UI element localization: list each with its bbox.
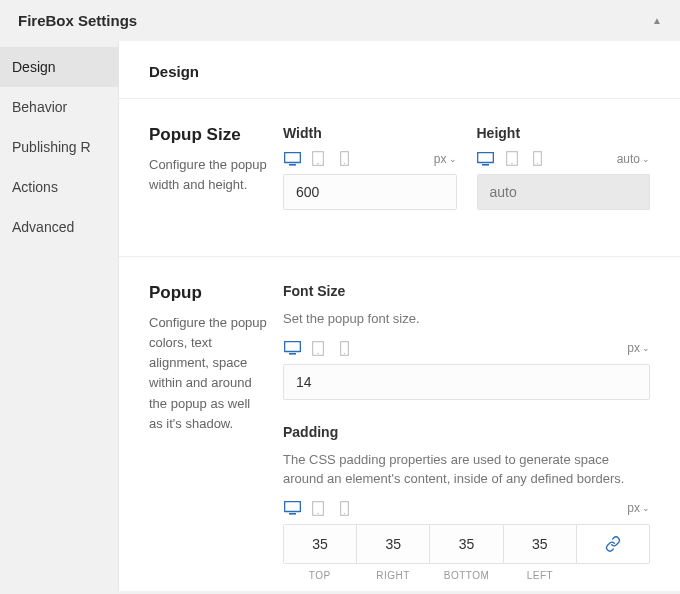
svg-point-17 — [343, 352, 344, 353]
field-label: Height — [477, 125, 651, 141]
padding-grid — [283, 524, 650, 564]
svg-rect-0 — [284, 152, 300, 162]
section-popup-size: Popup Size Configure the popup width and… — [119, 99, 680, 257]
padding-bottom-input[interactable] — [430, 525, 502, 563]
field-height: Height — [477, 125, 651, 210]
field-font-size: Font Size Set the popup font size. — [283, 283, 650, 400]
svg-rect-13 — [289, 353, 296, 355]
chevron-down-icon: ⌄ — [642, 154, 650, 164]
settings-body: Design Behavior Publishing R Actions Adv… — [0, 41, 680, 591]
pad-label-top: TOP — [283, 570, 356, 581]
svg-point-23 — [343, 512, 344, 513]
section-desc: Configure the popup width and height. — [149, 155, 267, 195]
padding-top-input[interactable] — [284, 525, 356, 563]
svg-rect-18 — [284, 502, 300, 512]
link-icon — [605, 536, 621, 552]
svg-point-15 — [317, 352, 319, 354]
unit-selector[interactable]: px⌄ — [627, 341, 650, 355]
field-padding: Padding The CSS padding properties are u… — [283, 424, 650, 581]
sidebar-item-label: Advanced — [12, 219, 74, 235]
section-desc: Configure the popup colors, text alignme… — [149, 313, 267, 434]
chevron-down-icon: ⌄ — [642, 343, 650, 353]
sidebar-item-label: Actions — [12, 179, 58, 195]
desktop-icon[interactable] — [283, 501, 301, 516]
section-heading: Popup Size Configure the popup width and… — [149, 125, 267, 230]
field-label: Width — [283, 125, 457, 141]
sidebar-item-publishing[interactable]: Publishing R — [0, 127, 118, 167]
tablet-icon[interactable] — [503, 151, 521, 166]
svg-point-5 — [343, 163, 344, 164]
padding-left-input[interactable] — [504, 525, 576, 563]
section-popup: Popup Configure the popup colors, text a… — [119, 257, 680, 591]
page-title: Design — [149, 63, 650, 80]
sidebar-item-actions[interactable]: Actions — [0, 167, 118, 207]
svg-point-21 — [317, 512, 319, 514]
unit-selector[interactable]: px⌄ — [627, 501, 650, 515]
padding-right-input[interactable] — [357, 525, 429, 563]
field-label: Font Size — [283, 283, 650, 299]
field-width: Width — [283, 125, 457, 210]
chevron-down-icon: ⌄ — [642, 503, 650, 513]
device-switcher — [283, 151, 353, 166]
collapse-icon[interactable]: ▲ — [652, 15, 662, 26]
width-input[interactable] — [283, 174, 457, 210]
svg-rect-19 — [289, 513, 296, 515]
svg-rect-12 — [284, 342, 300, 352]
section-title: Popup Size — [149, 125, 267, 145]
desktop-icon[interactable] — [477, 151, 495, 166]
svg-point-11 — [537, 163, 538, 164]
header-title: FireBox Settings — [18, 12, 137, 29]
sidebar-item-label: Behavior — [12, 99, 67, 115]
pad-label-bottom: BOTTOM — [430, 570, 503, 581]
desktop-icon[interactable] — [283, 341, 301, 356]
mobile-icon[interactable] — [529, 151, 547, 166]
pad-label-left: LEFT — [503, 570, 576, 581]
field-sub: Set the popup font size. — [283, 309, 650, 329]
main-header: Design — [119, 41, 680, 99]
sidebar-item-label: Publishing R — [12, 139, 91, 155]
font-size-input[interactable] — [283, 364, 650, 400]
tablet-icon[interactable] — [309, 341, 327, 356]
padding-labels: TOP RIGHT BOTTOM LEFT . — [283, 570, 650, 581]
mobile-icon[interactable] — [335, 151, 353, 166]
mobile-icon[interactable] — [335, 501, 353, 516]
device-switcher — [477, 151, 547, 166]
main-panel: Design Popup Size Configure the popup wi… — [118, 41, 680, 591]
sidebar-item-label: Design — [12, 59, 56, 75]
unit-selector[interactable]: px⌄ — [434, 152, 457, 166]
svg-rect-7 — [482, 164, 489, 166]
pad-label-right: RIGHT — [356, 570, 429, 581]
chevron-down-icon: ⌄ — [449, 154, 457, 164]
tablet-icon[interactable] — [309, 501, 327, 516]
svg-rect-6 — [478, 152, 494, 162]
sidebar-item-advanced[interactable]: Advanced — [0, 207, 118, 247]
unit-selector[interactable]: auto⌄ — [617, 152, 650, 166]
sidebar-item-design[interactable]: Design — [0, 47, 118, 87]
field-label: Padding — [283, 424, 650, 440]
device-switcher — [283, 501, 353, 516]
device-switcher — [283, 341, 353, 356]
svg-point-9 — [511, 163, 513, 165]
desktop-icon[interactable] — [283, 151, 301, 166]
svg-point-3 — [317, 163, 319, 165]
sidebar-item-behavior[interactable]: Behavior — [0, 87, 118, 127]
settings-header: FireBox Settings ▲ — [0, 0, 680, 41]
section-heading: Popup Configure the popup colors, text a… — [149, 283, 267, 581]
sidebar: Design Behavior Publishing R Actions Adv… — [0, 41, 118, 591]
link-values-button[interactable] — [577, 525, 649, 563]
height-input[interactable] — [477, 174, 651, 210]
field-sub: The CSS padding properties are used to g… — [283, 450, 650, 489]
svg-rect-1 — [289, 164, 296, 166]
mobile-icon[interactable] — [335, 341, 353, 356]
section-title: Popup — [149, 283, 267, 303]
tablet-icon[interactable] — [309, 151, 327, 166]
